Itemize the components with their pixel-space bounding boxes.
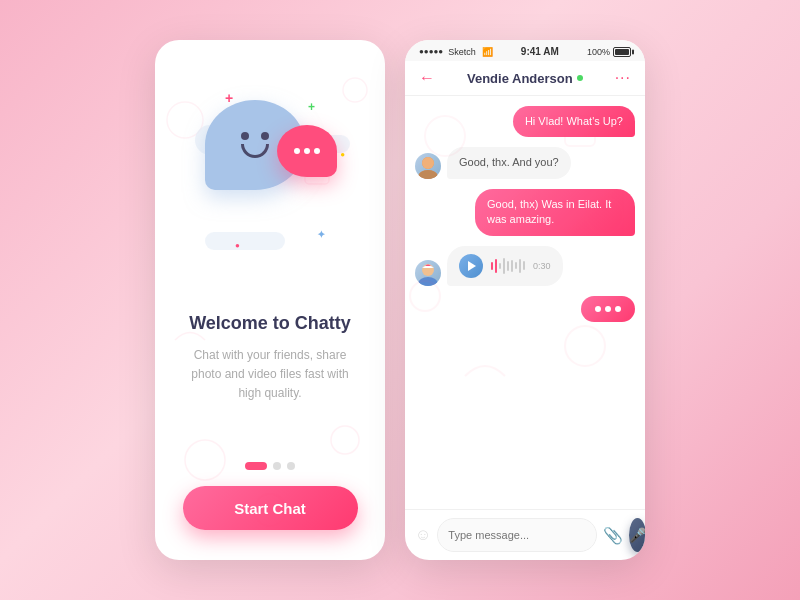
user-avatar-icon (415, 153, 441, 179)
wave-bar (495, 259, 497, 273)
message-text: Good, thx) Was in Eilat. It was amazing. (487, 198, 611, 225)
more-options-button[interactable]: ··· (615, 69, 631, 87)
wave-bar (491, 262, 493, 270)
microphone-button[interactable]: 🎤 (629, 518, 645, 552)
eye-icon (261, 132, 269, 140)
avatar (415, 153, 441, 179)
chat-screen: ●●●●● Sketch 📶 9:41 AM 100% ← Vendie And… (405, 40, 645, 560)
wave-bar (515, 262, 517, 269)
dot-icon (304, 148, 310, 154)
cloud-icon (205, 232, 285, 250)
dot-icon (294, 148, 300, 154)
online-indicator (577, 75, 583, 81)
start-chat-button[interactable]: Start Chat (183, 486, 358, 530)
wave-bar (499, 263, 501, 269)
wave-bar (503, 258, 505, 274)
mic-icon: 🎤 (629, 527, 645, 543)
message-row: Good, thx. And you? (415, 147, 635, 178)
typing-dot-icon (595, 306, 601, 312)
eyes-icon (241, 132, 269, 140)
wave-bar (507, 261, 509, 271)
message-input-area: ☺ 📎 🎤 (405, 509, 645, 560)
attach-icon[interactable]: 📎 (603, 526, 623, 545)
waveform-icon (491, 256, 525, 276)
svg-point-16 (418, 277, 438, 286)
wave-bar (511, 260, 513, 272)
battery-label: 100% (587, 47, 610, 57)
typing-indicator (581, 296, 635, 322)
wifi-icon: 📶 (482, 47, 493, 57)
sparkle-icon: ✦ (317, 229, 325, 240)
sparkle-icon: + (225, 90, 233, 106)
status-left: ●●●●● Sketch 📶 (419, 47, 493, 57)
svg-point-13 (422, 157, 434, 169)
avatar (415, 260, 441, 286)
message-row: Hi Vlad! What's Up? (415, 106, 635, 137)
svg-point-14 (418, 170, 438, 179)
typing-dot-icon (615, 306, 621, 312)
eye-icon (241, 132, 249, 140)
page-dot-2[interactable] (273, 462, 281, 470)
message-text: Good, thx. And you? (459, 156, 559, 168)
status-right: 100% (587, 47, 631, 57)
signal-text: ●●●●● (419, 47, 443, 56)
svg-point-10 (565, 326, 605, 366)
chat-messages-area: Hi Vlad! What's Up? Good, thx. And you? … (405, 96, 645, 509)
contact-name: Vendie Anderson (467, 71, 573, 86)
sent-message-bubble: Hi Vlad! What's Up? (513, 106, 635, 137)
onboarding-screen: + + ✦ ● ● Welcome to Chatty Chat with yo… (155, 40, 385, 560)
sent-message-bubble: Good, thx) Was in Eilat. It was amazing. (475, 189, 635, 236)
smile-icon (241, 144, 269, 158)
status-bar: ●●●●● Sketch 📶 9:41 AM 100% (405, 40, 645, 61)
battery-icon (613, 47, 631, 57)
carrier-label: Sketch (448, 47, 476, 57)
sparkle-icon: ● (340, 150, 345, 159)
typing-dot-icon (605, 306, 611, 312)
svg-point-3 (185, 440, 225, 480)
welcome-title: Welcome to Chatty (189, 313, 351, 334)
message-row: Good, thx) Was in Eilat. It was amazing. (415, 189, 635, 236)
play-icon (468, 261, 476, 271)
status-time: 9:41 AM (521, 46, 559, 57)
emoji-icon[interactable]: ☺ (415, 526, 431, 544)
back-button[interactable]: ← (419, 69, 435, 87)
message-input[interactable] (437, 518, 597, 552)
message-text: Hi Vlad! What's Up? (525, 115, 623, 127)
page-dot-1[interactable] (245, 462, 267, 470)
play-button[interactable] (459, 254, 483, 278)
chat-header: ← Vendie Anderson ··· (405, 61, 645, 96)
welcome-text-area: Welcome to Chatty Chat with your friends… (175, 270, 365, 446)
wave-bar (519, 259, 521, 273)
pagination-indicator (245, 462, 295, 470)
voice-duration: 0:30 (533, 261, 551, 271)
received-message-bubble: Good, thx. And you? (447, 147, 571, 178)
sparkle-icon: + (308, 100, 315, 114)
face-icon (241, 132, 269, 158)
page-dot-3[interactable] (287, 462, 295, 470)
voice-message-bubble: 0:30 (447, 246, 563, 286)
wave-bar (523, 261, 525, 270)
illustration-area: + + ✦ ● ● (175, 70, 365, 270)
battery-fill (615, 49, 629, 55)
welcome-description: Chat with your friends, share photo and … (185, 346, 355, 404)
sparkle-icon: ● (235, 241, 240, 250)
header-center: Vendie Anderson (467, 71, 583, 86)
nurse-avatar-icon (415, 260, 441, 286)
dot-icon (314, 148, 320, 154)
message-row: 0:30 (415, 246, 635, 286)
message-row (415, 296, 635, 322)
typing-dots-icon (294, 148, 320, 154)
chat-bubble-small-icon (277, 125, 337, 177)
